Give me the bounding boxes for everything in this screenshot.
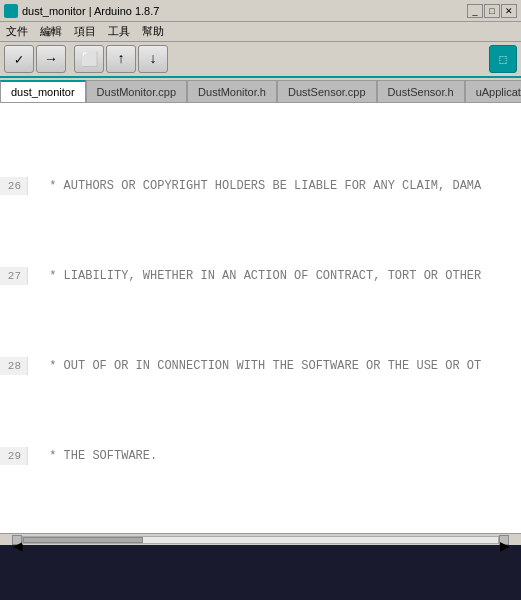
arduino-icon bbox=[4, 4, 18, 18]
toolbar-right: ⬚ bbox=[489, 45, 517, 73]
code-28: * OUT OF OR IN CONNECTION WITH THE SOFTW… bbox=[38, 357, 481, 375]
code-29: * THE SOFTWARE. bbox=[38, 447, 157, 465]
menu-project[interactable]: 項目 bbox=[72, 24, 98, 39]
title-bar-left: dust_monitor | Arduino 1.8.7 bbox=[4, 4, 159, 18]
code-27: * LIABILITY, WHETHER IN AN ACTION OF CON… bbox=[38, 267, 481, 285]
line-num-28: 28 bbox=[0, 357, 28, 375]
scroll-thumb[interactable] bbox=[23, 537, 143, 543]
save-button[interactable]: ↓ bbox=[138, 45, 168, 73]
close-button[interactable]: ✕ bbox=[501, 4, 517, 18]
title-bar: dust_monitor | Arduino 1.8.7 _ □ ✕ bbox=[0, 0, 521, 22]
collapse-26 bbox=[28, 177, 38, 195]
tab-uapplication-h[interactable]: uApplication.h bbox=[465, 80, 521, 102]
tab-dustmonitor-cpp[interactable]: DustMonitor.cpp bbox=[86, 80, 187, 102]
line-num-29: 29 bbox=[0, 447, 28, 465]
window-title: dust_monitor | Arduino 1.8.7 bbox=[22, 5, 159, 17]
menu-file[interactable]: 文件 bbox=[4, 24, 30, 39]
verify-button[interactable]: ✓ bbox=[4, 45, 34, 73]
line-26: 26 * AUTHORS OR COPYRIGHT HOLDERS BE LIA… bbox=[0, 177, 521, 195]
menu-tools[interactable]: 工具 bbox=[106, 24, 132, 39]
scroll-right-button[interactable]: ▶ bbox=[499, 535, 509, 545]
editor-area: 26 * AUTHORS OR COPYRIGHT HOLDERS BE LIA… bbox=[0, 103, 521, 533]
scroll-left-button[interactable]: ◀ bbox=[12, 535, 22, 545]
menu-edit[interactable]: 編輯 bbox=[38, 24, 64, 39]
collapse-27 bbox=[28, 267, 38, 285]
line-29: 29 * THE SOFTWARE. bbox=[0, 447, 521, 465]
collapse-29 bbox=[28, 447, 38, 465]
code-editor[interactable]: 26 * AUTHORS OR COPYRIGHT HOLDERS BE LIA… bbox=[0, 103, 521, 533]
minimize-button[interactable]: _ bbox=[467, 4, 483, 18]
line-28: 28 * OUT OF OR IN CONNECTION WITH THE SO… bbox=[0, 357, 521, 375]
console-area bbox=[0, 545, 521, 600]
editor-scroll[interactable]: 26 * AUTHORS OR COPYRIGHT HOLDERS BE LIA… bbox=[0, 103, 521, 533]
open-button[interactable]: ↑ bbox=[106, 45, 136, 73]
scroll-track[interactable] bbox=[22, 536, 499, 544]
tab-dust-monitor[interactable]: dust_monitor bbox=[0, 80, 86, 102]
code-26: * AUTHORS OR COPYRIGHT HOLDERS BE LIABLE… bbox=[38, 177, 481, 195]
upload-button[interactable]: → bbox=[36, 45, 66, 73]
menu-help[interactable]: 幫助 bbox=[140, 24, 166, 39]
line-num-27: 27 bbox=[0, 267, 28, 285]
horizontal-scrollbar[interactable]: ◀ ▶ bbox=[0, 533, 521, 545]
tab-dustsensor-cpp[interactable]: DustSensor.cpp bbox=[277, 80, 377, 102]
maximize-button[interactable]: □ bbox=[484, 4, 500, 18]
line-num-26: 26 bbox=[0, 177, 28, 195]
tab-dustmonitor-h[interactable]: DustMonitor.h bbox=[187, 80, 277, 102]
new-button[interactable]: ⬜ bbox=[74, 45, 104, 73]
window-controls[interactable]: _ □ ✕ bbox=[467, 4, 517, 18]
tab-dustsensor-h[interactable]: DustSensor.h bbox=[377, 80, 465, 102]
toolbar: ✓ → ⬜ ↑ ↓ ⬚ bbox=[0, 42, 521, 78]
tabs-container: dust_monitor DustMonitor.cpp DustMonitor… bbox=[0, 78, 521, 103]
collapse-28 bbox=[28, 357, 38, 375]
line-27: 27 * LIABILITY, WHETHER IN AN ACTION OF … bbox=[0, 267, 521, 285]
menu-bar: 文件 編輯 項目 工具 幫助 bbox=[0, 22, 521, 42]
serial-monitor-button[interactable]: ⬚ bbox=[489, 45, 517, 73]
